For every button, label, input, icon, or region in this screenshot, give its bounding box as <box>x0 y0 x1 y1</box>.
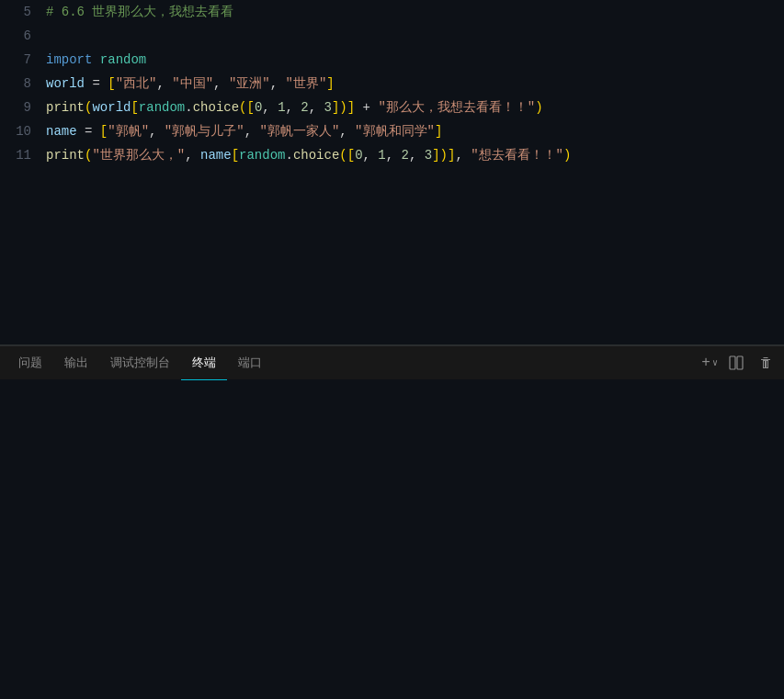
token: ] <box>347 100 355 115</box>
token: [ <box>131 100 138 115</box>
token: [ <box>100 124 108 139</box>
token: "世界那么大，" <box>92 148 185 163</box>
token: "西北" <box>116 76 157 91</box>
panel-tab-bar: 问题输出调试控制台终端端口 + ∨ <box>0 345 784 379</box>
code-line: 5# 6.6 世界那么大，我想去看看 <box>0 0 784 24</box>
split-terminal-button[interactable] <box>725 352 747 374</box>
token: 2 <box>402 148 409 163</box>
token: world <box>46 76 85 91</box>
token: , <box>213 76 229 91</box>
line-content: world = ["西北", "中国", "亚洲", "世界"] <box>46 72 784 96</box>
trash-icon <box>758 355 773 370</box>
line-number: 6 <box>0 24 46 48</box>
token: "亚洲" <box>229 76 270 91</box>
panel-tab-终端[interactable]: 终端 <box>181 346 227 380</box>
code-line: 9print(world[random.choice([0, 1, 2, 3])… <box>0 96 784 119</box>
code-editor: 5# 6.6 世界那么大，我想去看看67import random8world … <box>0 0 784 344</box>
token: [ <box>232 148 239 163</box>
split-icon <box>729 355 744 370</box>
panel-tab-输出[interactable]: 输出 <box>53 346 99 380</box>
token: choice <box>293 148 339 163</box>
terminal-panel[interactable] <box>0 379 784 699</box>
token: ] <box>326 76 334 91</box>
code-line: 8world = ["西北", "中国", "亚洲", "世界"] <box>0 72 784 96</box>
token: ([ <box>239 100 255 115</box>
token: "郭帆与儿子" <box>165 124 244 139</box>
token: 1 <box>378 148 385 163</box>
token: , <box>244 124 260 139</box>
token: print <box>46 148 85 163</box>
token: , <box>156 76 172 91</box>
line-content: print(world[random.choice([0, 1, 2, 3])]… <box>46 96 784 119</box>
token: , <box>386 148 402 163</box>
token: , <box>270 76 286 91</box>
token: , <box>185 148 200 163</box>
svg-rect-0 <box>730 356 735 369</box>
token: , <box>286 100 301 115</box>
token: random <box>239 148 285 163</box>
token: 3 <box>324 100 332 115</box>
token: 2 <box>301 100 308 115</box>
panel-tab-调试控制台[interactable]: 调试控制台 <box>99 346 181 380</box>
chevron-down-icon: ∨ <box>712 357 718 368</box>
kill-terminal-button[interactable] <box>755 352 777 374</box>
token: ]) <box>432 148 448 163</box>
token: [ <box>108 76 115 91</box>
panel-tab-问题[interactable]: 问题 <box>7 346 53 380</box>
token: , <box>409 148 425 163</box>
token: name <box>200 148 232 163</box>
new-terminal-button[interactable]: + ∨ <box>701 355 718 371</box>
token: , <box>309 100 324 115</box>
token: random <box>100 52 146 67</box>
token: "中国" <box>172 76 213 91</box>
token: name <box>46 124 77 139</box>
token: ]) <box>332 100 347 115</box>
token: ([ <box>339 148 355 163</box>
plus-icon: + <box>701 355 710 371</box>
line-number: 9 <box>0 96 46 119</box>
token: , <box>455 148 471 163</box>
token: "想去看看！！" <box>471 148 563 163</box>
token <box>92 52 99 67</box>
token: , <box>363 148 379 163</box>
token: = <box>77 124 100 139</box>
svg-rect-1 <box>737 356 743 369</box>
token: "郭帆和同学" <box>355 124 435 139</box>
token: ) <box>535 100 542 115</box>
token: "郭帆一家人" <box>259 124 339 139</box>
token: = <box>85 76 108 91</box>
code-line: 11print("世界那么大，", name[random.choice([0,… <box>0 143 784 167</box>
token: "郭帆" <box>108 124 149 139</box>
token: . <box>285 148 292 163</box>
line-number: 8 <box>0 72 46 96</box>
token: ) <box>563 148 571 163</box>
token: "那么大，我想去看看！！" <box>378 100 535 115</box>
line-content: name = ["郭帆", "郭帆与儿子", "郭帆一家人", "郭帆和同学"] <box>46 119 784 143</box>
token: ] <box>435 124 442 139</box>
token: 1 <box>278 100 285 115</box>
token: , <box>149 124 165 139</box>
token: , <box>262 100 278 115</box>
token: # 6.6 世界那么大，我想去看看 <box>46 5 233 19</box>
code-line: 7import random <box>0 48 784 72</box>
token: . <box>185 100 192 115</box>
token: + <box>355 100 378 115</box>
token: random <box>139 100 185 115</box>
code-line: 10name = ["郭帆", "郭帆与儿子", "郭帆一家人", "郭帆和同学… <box>0 119 784 143</box>
panel-tab-端口[interactable]: 端口 <box>227 346 273 380</box>
line-number: 7 <box>0 48 46 72</box>
token: world <box>92 100 131 115</box>
token: "世界" <box>286 76 327 91</box>
token: import <box>46 52 92 67</box>
token: 0 <box>355 148 362 163</box>
line-number: 10 <box>0 119 46 143</box>
panel-actions: + ∨ <box>701 352 777 374</box>
line-content: import random <box>46 48 784 72</box>
token: choice <box>193 100 239 115</box>
code-line: 6 <box>0 24 784 48</box>
line-content: # 6.6 世界那么大，我想去看看 <box>46 0 784 24</box>
line-number: 5 <box>0 0 46 24</box>
token: 3 <box>425 148 432 163</box>
token: , <box>339 124 355 139</box>
token: print <box>46 100 85 115</box>
